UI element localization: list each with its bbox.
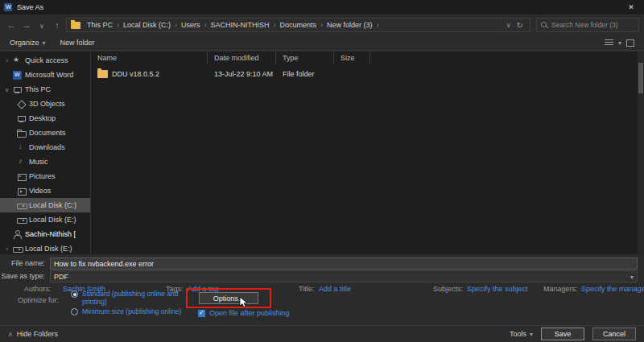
sidebar-item-3d-objects[interactable]: 3D Objects xyxy=(0,97,90,111)
pictures-icon xyxy=(17,172,26,181)
scrollbar-thumb[interactable] xyxy=(638,63,643,93)
cancel-button[interactable]: Cancel xyxy=(592,328,636,340)
search-box xyxy=(536,18,639,32)
scrollbar[interactable] xyxy=(638,52,644,254)
file-row[interactable]: DDU v18.0.5.2 13-Jul-22 9:10 AM File fol… xyxy=(91,67,644,81)
cube-icon xyxy=(17,100,26,109)
up-icon[interactable] xyxy=(51,20,64,30)
radio-selected-icon xyxy=(71,290,78,298)
new-folder-button[interactable]: New folder xyxy=(60,39,95,47)
mouse-cursor xyxy=(239,296,249,309)
breadcrumb-sachin-nithish[interactable]: SACHIN-NITHISH xyxy=(208,21,272,29)
computer-icon xyxy=(13,85,22,94)
sidebar-item-local-disk-e[interactable]: Local Disk (E:) xyxy=(0,212,90,227)
expand-icon[interactable] xyxy=(4,57,10,64)
authors-label: Authors: xyxy=(24,285,52,293)
breadcrumb-new-folder-3[interactable]: New folder (3) xyxy=(324,21,375,29)
forward-icon[interactable] xyxy=(20,20,33,30)
column-header-date-modified[interactable]: Date modified xyxy=(208,52,276,64)
back-icon[interactable] xyxy=(5,20,18,30)
file-type: File folder xyxy=(276,70,334,78)
sidebar-item-local-disk-c[interactable]: Local Disk (C:) xyxy=(0,198,90,212)
sidebar-item-videos[interactable]: Videos xyxy=(0,183,90,198)
sidebar-item-sachin-nithish[interactable]: Sachin-Nithish [ xyxy=(0,227,90,241)
recent-locations-icon[interactable] xyxy=(35,20,48,30)
chevron-right-icon xyxy=(116,21,120,29)
column-header-size[interactable]: Size xyxy=(334,52,370,64)
save-button[interactable]: Save xyxy=(541,328,584,340)
chevron-down-icon xyxy=(630,273,634,281)
sidebar-item-local-disk-e-2[interactable]: Local Disk (E:) xyxy=(0,241,90,254)
chevron-right-icon xyxy=(273,21,277,29)
expand-icon[interactable] xyxy=(4,245,10,253)
drive-icon xyxy=(17,216,26,225)
videos-icon xyxy=(17,187,26,196)
documents-icon xyxy=(17,129,26,138)
view-dropdown-icon[interactable] xyxy=(618,39,621,47)
radio-icon xyxy=(71,308,78,315)
search-icon xyxy=(541,22,548,29)
search-input[interactable] xyxy=(551,21,634,29)
change-view-icon[interactable] xyxy=(605,39,613,47)
file-name-input[interactable] xyxy=(50,258,638,270)
breadcrumb-users[interactable]: Users xyxy=(179,21,203,29)
save-as-type-select[interactable]: PDF xyxy=(50,270,638,282)
title-bar: Save As xyxy=(0,0,644,14)
column-header-name[interactable]: Name xyxy=(91,52,208,64)
desktop-icon xyxy=(17,114,26,123)
sidebar-item-quick-access[interactable]: Quick access xyxy=(0,53,90,68)
chevron-right-icon xyxy=(204,21,208,29)
drive-icon xyxy=(13,245,22,253)
subjects-value[interactable]: Specify the subject xyxy=(467,285,528,293)
sidebar-item-desktop[interactable]: Desktop xyxy=(0,111,90,126)
star-icon xyxy=(13,56,22,65)
radio-minimum-size[interactable]: Minimum size (publishing online) xyxy=(71,307,200,315)
save-fields: File name: Save as type: PDF Authors: Sa… xyxy=(0,254,644,325)
title-value[interactable]: Add a title xyxy=(319,285,351,293)
sidebar-item-music[interactable]: Music xyxy=(0,155,90,169)
drive-icon xyxy=(17,201,26,210)
folder-icon xyxy=(97,70,108,78)
managers-label: Managers: xyxy=(543,285,578,293)
open-after-publishing-checkbox[interactable]: Open file after publishing xyxy=(198,309,290,317)
address-dropdown-icon[interactable] xyxy=(506,21,511,30)
word-app-icon xyxy=(4,3,12,11)
tools-button[interactable]: Tools xyxy=(510,330,533,338)
chevron-down-icon xyxy=(530,330,533,338)
command-bar: Organize New folder xyxy=(0,35,644,51)
managers-value[interactable]: Specify the manager xyxy=(581,285,644,293)
chevron-up-icon xyxy=(8,330,13,338)
file-list: Name Date modified Type Size DDU v18.0.5… xyxy=(90,52,644,254)
close-icon[interactable] xyxy=(618,0,644,14)
file-name-label: File name: xyxy=(0,259,45,267)
sidebar-item-pictures[interactable]: Pictures xyxy=(0,169,90,183)
breadcrumb: This PC Local Disk (C:) Users SACHIN-NIT… xyxy=(66,18,530,32)
optimize-for-label: Optimize for: xyxy=(18,296,59,304)
radio-standard[interactable]: Standard (publishing online and printing… xyxy=(71,290,200,306)
title-label: Title: xyxy=(299,285,314,293)
column-header-type[interactable]: Type xyxy=(276,52,334,64)
breadcrumb-documents[interactable]: Documents xyxy=(278,21,320,29)
save-as-type-label: Save as type: xyxy=(0,272,45,280)
chevron-right-icon xyxy=(376,21,380,29)
browser-body: Quick access Microsoft Word This PC 3D O… xyxy=(0,52,644,254)
organize-button[interactable]: Organize xyxy=(10,39,46,47)
user-icon xyxy=(13,230,22,239)
chevron-right-icon xyxy=(320,21,324,29)
breadcrumb-local-disk-c[interactable]: Local Disk (C:) xyxy=(121,21,173,29)
downloads-icon xyxy=(17,143,26,152)
column-headers: Name Date modified Type Size xyxy=(91,52,644,64)
breadcrumb-this-pc[interactable]: This PC xyxy=(85,21,115,29)
save-as-dialog: Save As This PC Local Disk (C:) Users SA… xyxy=(0,0,644,342)
hide-folders-button[interactable]: Hide Folders xyxy=(8,330,58,338)
refresh-icon[interactable] xyxy=(517,21,523,30)
sidebar-item-microsoft-word[interactable]: Microsoft Word xyxy=(0,68,90,82)
footer-bar: Hide Folders Tools Save Cancel xyxy=(0,325,644,342)
preview-pane-icon[interactable] xyxy=(626,39,634,47)
collapse-icon[interactable] xyxy=(4,86,10,93)
chevron-down-icon xyxy=(43,39,46,47)
sidebar-item-documents[interactable]: Documents xyxy=(0,126,90,140)
sidebar-item-downloads[interactable]: Downloads xyxy=(0,140,90,155)
options-button[interactable]: Options... xyxy=(199,292,258,304)
sidebar-item-this-pc[interactable]: This PC xyxy=(0,82,90,97)
